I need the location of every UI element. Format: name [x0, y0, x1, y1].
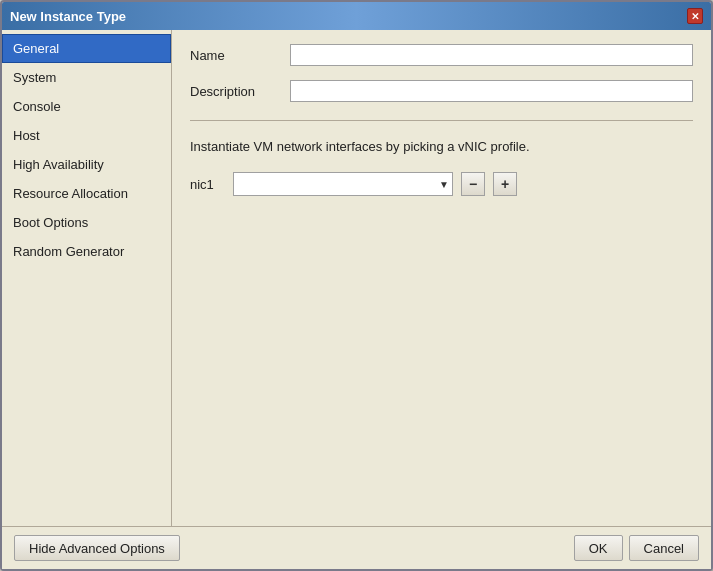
content-area: General System Console Host High Availab… [2, 30, 711, 526]
sidebar-item-boot-options[interactable]: Boot Options [2, 208, 171, 237]
sidebar-item-console[interactable]: Console [2, 92, 171, 121]
sidebar-item-high-availability[interactable]: High Availability [2, 150, 171, 179]
name-label: Name [190, 48, 280, 63]
footer-right-buttons: OK Cancel [574, 535, 699, 561]
sidebar-item-host[interactable]: Host [2, 121, 171, 150]
hide-advanced-button[interactable]: Hide Advanced Options [14, 535, 180, 561]
nic-add-button[interactable]: + [493, 172, 517, 196]
main-panel: Name Description Instantiate VM network … [172, 30, 711, 526]
nic-remove-button[interactable]: − [461, 172, 485, 196]
nic-select[interactable] [233, 172, 453, 196]
nic-select-wrapper: ▼ [233, 172, 453, 196]
close-button[interactable]: ✕ [687, 8, 703, 24]
nic-info-text: Instantiate VM network interfaces by pic… [190, 139, 693, 154]
sidebar-item-general[interactable]: General [2, 34, 171, 63]
titlebar: New Instance Type ✕ [2, 2, 711, 30]
dialog: New Instance Type ✕ General System Conso… [0, 0, 713, 571]
sidebar: General System Console Host High Availab… [2, 30, 172, 526]
name-row: Name [190, 44, 693, 66]
sidebar-item-system[interactable]: System [2, 63, 171, 92]
nic-label: nic1 [190, 177, 225, 192]
dialog-title: New Instance Type [10, 9, 126, 24]
footer: Hide Advanced Options OK Cancel [2, 526, 711, 569]
sidebar-item-resource-allocation[interactable]: Resource Allocation [2, 179, 171, 208]
cancel-button[interactable]: Cancel [629, 535, 699, 561]
description-row: Description [190, 80, 693, 102]
divider [190, 120, 693, 121]
sidebar-item-random-generator[interactable]: Random Generator [2, 237, 171, 266]
name-input[interactable] [290, 44, 693, 66]
ok-button[interactable]: OK [574, 535, 623, 561]
description-input[interactable] [290, 80, 693, 102]
description-label: Description [190, 84, 280, 99]
nic-row: nic1 ▼ − + [190, 172, 693, 196]
